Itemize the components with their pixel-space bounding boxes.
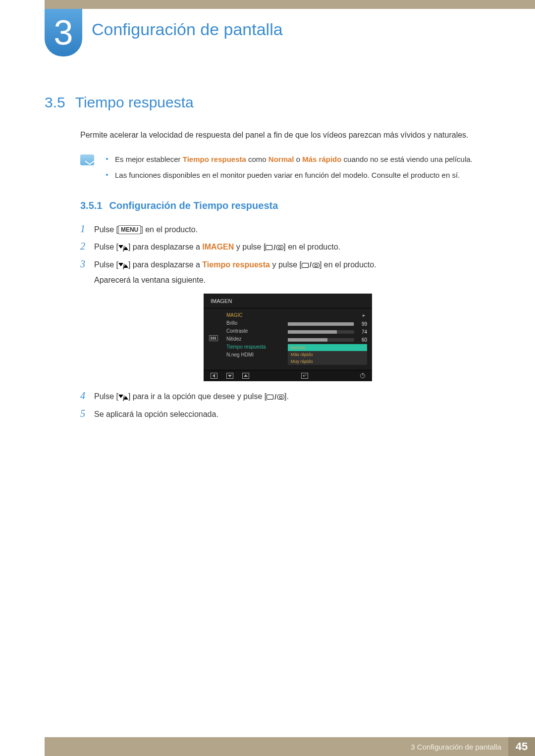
- step-body: Pulse [MENU] en el producto.: [94, 223, 495, 236]
- menu-key-icon: MENU: [118, 225, 141, 234]
- step-1: 1 Pulse [MENU] en el producto.: [80, 223, 495, 236]
- step-2: 2 Pulse [/] para desplazarse a IMAGEN y …: [80, 241, 495, 253]
- step-number: 4: [80, 390, 94, 402]
- up-down-icon: /: [118, 394, 128, 401]
- page-footer: 3 Configuración de pantalla 45: [45, 737, 535, 756]
- picture-icon: [209, 335, 218, 341]
- osd-item-brillo: Brillo: [223, 319, 283, 327]
- section-heading: 3.5Tiempo respuesta: [45, 94, 495, 111]
- step-body: Pulse [/] para ir a la opción que desee …: [94, 390, 495, 403]
- svg-marker-2: [244, 374, 248, 377]
- chapter-number: 3: [54, 15, 73, 50]
- osd-item-tiempo-respuesta: Tiempo respuesta: [223, 343, 283, 351]
- steps-list: 1 Pulse [MENU] en el producto. 2 Pulse […: [80, 223, 495, 287]
- section: 3.5Tiempo respuesta Permite acelerar la …: [45, 94, 495, 425]
- note-icon: [80, 154, 94, 165]
- osd-values: ▸ 99 74 60 Normal Más rá: [288, 311, 367, 365]
- up-down-icon: /: [118, 262, 128, 269]
- enter-source-icon: /: [266, 242, 283, 253]
- slider-nitidez: 60: [288, 336, 367, 344]
- step-number: 3: [80, 258, 94, 270]
- osd-title: IMAGEN: [204, 297, 372, 308]
- chapter-badge: 3: [45, 9, 82, 56]
- osd-power-icon: [360, 373, 365, 378]
- note-block: Es mejor establecer Tiempo respuesta com…: [80, 153, 495, 185]
- osd-item-nitidez: Nitidez: [223, 335, 283, 343]
- svg-marker-1: [228, 375, 232, 377]
- note-list: Es mejor establecer Tiempo respuesta com…: [106, 153, 473, 185]
- step-body: Pulse [/] para desplazarse a Tiempo resp…: [94, 258, 495, 287]
- osd-item-nneg-hdmi: N.neg HDMI: [223, 351, 283, 359]
- footer-label: 3 Configuración de pantalla: [411, 743, 501, 751]
- step-number: 2: [80, 241, 94, 252]
- submenu-arrow-icon: ▸: [288, 312, 367, 320]
- top-bar: [45, 0, 535, 9]
- step-4: 4 Pulse [/] para ir a la opción que dese…: [80, 390, 495, 403]
- step-extra-text: Aparecerá la ventana siguiente.: [94, 274, 495, 287]
- footer-page-number: 45: [508, 737, 535, 756]
- osd-option-muy-rapido: Muy rápido: [288, 358, 367, 365]
- subsection-heading: 3.5.1Configuración de Tiempo respuesta: [80, 200, 495, 211]
- step-body: Pulse [/] para desplazarse a IMAGEN y pu…: [94, 241, 495, 253]
- osd-item-magic: MAGIC: [223, 311, 283, 319]
- subsection-title: Configuración de Tiempo respuesta: [109, 200, 278, 211]
- osd-option-normal: Normal: [288, 344, 367, 351]
- section-number: 3.5: [45, 94, 65, 110]
- steps-list-cont: 4 Pulse [/] para ir a la opción que dese…: [80, 390, 495, 420]
- note-item: Las funciones disponibles en el monitor …: [106, 169, 473, 181]
- osd-option-mas-rapido: Más rápido: [288, 351, 367, 358]
- section-intro: Permite acelerar la velocidad de respues…: [80, 129, 495, 142]
- enter-source-icon: /: [267, 392, 284, 403]
- section-title: Tiempo respuesta: [75, 94, 194, 110]
- step-number: 1: [80, 223, 94, 235]
- osd-window: IMAGEN MAGIC Brillo Contraste Nitidez Ti…: [204, 294, 372, 381]
- step-3: 3 Pulse [/] para desplazarse a Tiempo re…: [80, 258, 495, 287]
- osd-nav-down-icon: [226, 373, 233, 379]
- subsection-number: 3.5.1: [80, 200, 102, 211]
- step-number: 5: [80, 408, 94, 419]
- osd-category-icon-col: [209, 311, 218, 365]
- osd-menu: MAGIC Brillo Contraste Nitidez Tiempo re…: [223, 311, 283, 365]
- osd-footer: [204, 370, 372, 381]
- chapter-title: Configuración de pantalla: [92, 20, 283, 39]
- note-item: Es mejor establecer Tiempo respuesta com…: [106, 153, 473, 165]
- slider-brillo: 99: [288, 320, 367, 328]
- osd-nav-left-icon: [211, 373, 217, 379]
- step-5: 5 Se aplicará la opción seleccionada.: [80, 408, 495, 421]
- osd-item-contraste: Contraste: [223, 327, 283, 335]
- step-body: Se aplicará la opción seleccionada.: [94, 408, 495, 421]
- osd-enter-icon: [301, 373, 308, 379]
- slider-contraste: 74: [288, 328, 367, 336]
- osd-body: MAGIC Brillo Contraste Nitidez Tiempo re…: [204, 308, 372, 370]
- osd-figure: IMAGEN MAGIC Brillo Contraste Nitidez Ti…: [80, 294, 495, 381]
- up-down-icon: /: [118, 244, 128, 251]
- svg-marker-0: [213, 374, 215, 378]
- osd-dropdown: Normal Más rápido Muy rápido: [288, 344, 367, 365]
- enter-source-icon: /: [302, 259, 320, 270]
- osd-nav-up-icon: [242, 373, 249, 379]
